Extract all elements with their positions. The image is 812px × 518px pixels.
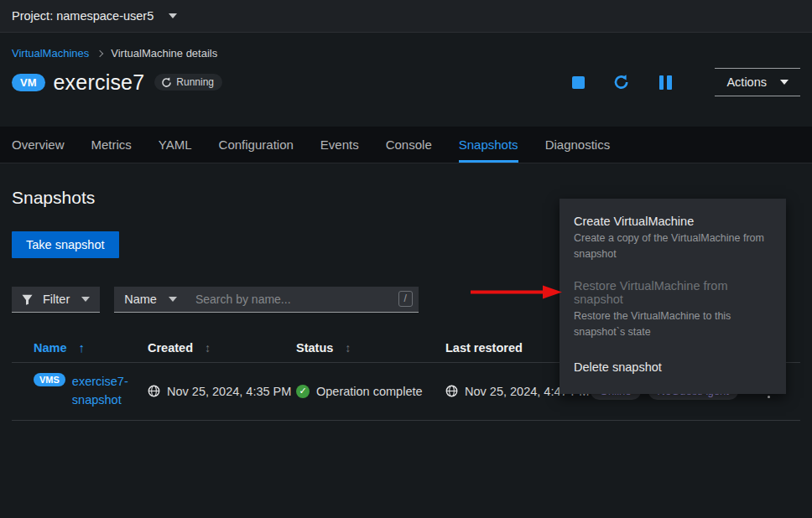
filter-dropdown-label: Filter bbox=[43, 293, 70, 306]
column-header-created[interactable]: Created ↕ bbox=[148, 341, 296, 355]
search-wrap: / bbox=[187, 287, 419, 313]
caret-down-icon bbox=[780, 80, 789, 89]
breadcrumb: VirtualMachines VirtualMachine details bbox=[12, 41, 800, 68]
globe-icon bbox=[445, 385, 458, 397]
column-header-name[interactable]: Name ↑ bbox=[12, 340, 148, 355]
vm-status-badge[interactable]: Running bbox=[154, 74, 222, 91]
breadcrumb-current: VirtualMachine details bbox=[111, 47, 217, 60]
tab-diagnostics[interactable]: Diagnostics bbox=[545, 127, 611, 163]
menu-item-delete-snapshot[interactable]: Delete snapshot bbox=[560, 350, 786, 382]
take-snapshot-button[interactable]: Take snapshot bbox=[12, 231, 119, 258]
snapshot-name-cell: VMS exercise7-snapshot bbox=[12, 363, 148, 420]
actions-dropdown[interactable]: Actions bbox=[715, 68, 800, 96]
sort-icon: ↕ bbox=[205, 341, 211, 355]
snapshot-created-cell: Nov 25, 2024, 4:35 PM bbox=[148, 385, 296, 398]
breadcrumb-virtualmachines-link[interactable]: VirtualMachines bbox=[12, 47, 89, 60]
snapshot-status-cell: ✓ Operation complete bbox=[296, 385, 445, 398]
search-attribute-label: Name bbox=[124, 293, 157, 306]
vm-status-label: Running bbox=[176, 76, 214, 88]
project-bar: Project: namespace-user5 bbox=[0, 0, 812, 33]
column-header-status[interactable]: Status ↕ bbox=[296, 341, 445, 355]
tab-bar: Overview Metrics YAML Configuration Even… bbox=[0, 127, 812, 163]
title-row: VM exercise7 Running Actions bbox=[12, 68, 800, 96]
actions-dropdown-label: Actions bbox=[726, 75, 767, 89]
caret-down-icon bbox=[169, 13, 177, 23]
snapshot-status-value: Operation complete bbox=[316, 385, 423, 398]
project-selector[interactable]: Project: namespace-user5 bbox=[12, 9, 177, 23]
tab-metrics[interactable]: Metrics bbox=[91, 127, 132, 163]
success-check-icon: ✓ bbox=[296, 385, 310, 398]
vm-kind-badge: VM bbox=[12, 74, 45, 91]
stop-icon bbox=[572, 76, 585, 89]
vm-details-page: Project: namespace-user5 VirtualMachines… bbox=[0, 0, 812, 518]
menu-item-restore-virtualmachine: Restore VirtualMachine from snapshot Res… bbox=[560, 272, 786, 350]
search-input[interactable] bbox=[187, 287, 419, 313]
caret-down-icon bbox=[81, 297, 90, 306]
vm-header: VirtualMachines VirtualMachine details V… bbox=[0, 33, 812, 127]
snapshot-name-link[interactable]: exercise7-snapshot bbox=[72, 373, 143, 410]
caret-down-icon bbox=[169, 297, 177, 306]
sync-icon bbox=[161, 77, 172, 88]
filter-icon bbox=[22, 294, 33, 305]
chevron-right-icon bbox=[96, 49, 103, 56]
annotation-arrow-icon bbox=[469, 284, 563, 300]
pause-vm-button[interactable] bbox=[656, 73, 674, 91]
restart-icon bbox=[613, 74, 630, 91]
project-selector-label: Project: namespace-user5 bbox=[12, 9, 154, 23]
sort-ascending-icon: ↑ bbox=[79, 340, 86, 355]
filter-dropdown[interactable]: Filter bbox=[12, 287, 100, 313]
tab-configuration[interactable]: Configuration bbox=[219, 127, 294, 163]
tab-console[interactable]: Console bbox=[386, 127, 432, 163]
header-actions: Actions bbox=[569, 68, 800, 96]
tab-yaml[interactable]: YAML bbox=[159, 127, 192, 163]
tab-events[interactable]: Events bbox=[320, 127, 359, 163]
tab-overview[interactable]: Overview bbox=[12, 127, 65, 163]
pause-icon bbox=[659, 75, 672, 90]
tab-snapshots[interactable]: Snapshots bbox=[459, 127, 518, 163]
page-title: exercise7 bbox=[54, 70, 145, 95]
restart-vm-button[interactable] bbox=[612, 73, 631, 91]
globe-icon bbox=[148, 385, 160, 397]
menu-item-create-virtualmachine[interactable]: Create VirtualMachine Create a copy of t… bbox=[560, 207, 786, 272]
stop-vm-button[interactable] bbox=[569, 73, 587, 91]
sort-icon: ↕ bbox=[345, 341, 351, 355]
snapshot-context-menu: Create VirtualMachine Create a copy of t… bbox=[560, 199, 786, 394]
snapshot-created-value: Nov 25, 2024, 4:35 PM bbox=[167, 385, 291, 398]
search-attribute-dropdown[interactable]: Name bbox=[114, 287, 187, 313]
snapshot-kind-badge: VMS bbox=[34, 373, 65, 386]
search-shortcut-hint: / bbox=[398, 291, 413, 307]
